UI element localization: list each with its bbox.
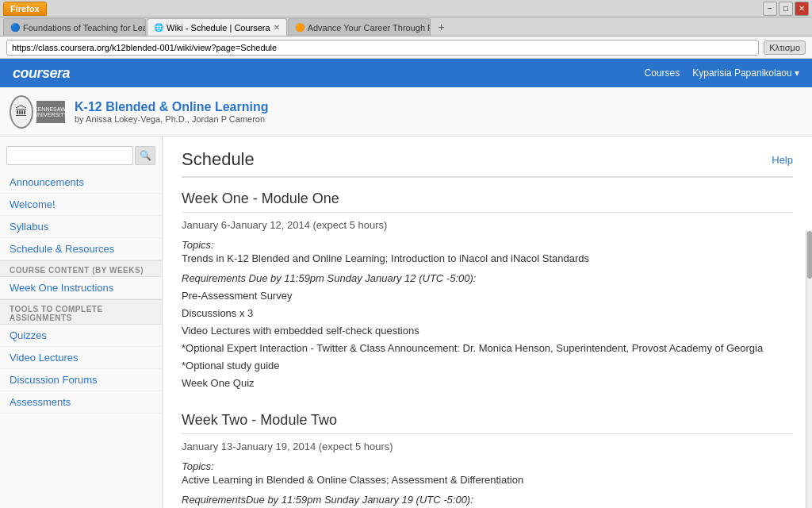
module-two-topics-label: Topics: — [182, 460, 793, 472]
sidebar: 🔍 Announcements Welcome! Syllabus Schedu… — [0, 137, 163, 508]
module-one-title: Week One - Module One — [182, 190, 793, 213]
sidebar-item-discussion-forums[interactable]: Discussion Forums — [0, 369, 162, 391]
module-one-requirements-label: Requirements Due by 11:59pm Sunday Janua… — [182, 272, 793, 284]
module-two-title: Week Two - Module Two — [182, 412, 793, 434]
minimize-button[interactable]: − — [763, 2, 777, 16]
main-layout: 🔍 Announcements Welcome! Syllabus Schedu… — [0, 137, 812, 508]
module-two-requirements-label: RequirementsDue by 11:59pm Sunday Januar… — [182, 494, 793, 506]
maximize-button[interactable]: □ — [779, 2, 793, 16]
sidebar-item-assessments[interactable]: Assessments — [0, 391, 162, 414]
req-item-2: Video Lectures with embedded self-check … — [182, 322, 793, 340]
sidebar-item-announcements[interactable]: Announcements — [0, 171, 162, 194]
page-title: Schedule — [182, 149, 255, 170]
close-button[interactable]: ✕ — [795, 2, 809, 16]
firefox-button[interactable]: Firefox — [3, 2, 47, 16]
tab-schedule[interactable]: 🌐 Wiki - Schedule | Coursera ✕ — [147, 18, 287, 36]
tab-label-2: Wiki - Schedule | Coursera — [167, 23, 270, 33]
req-item-1: Discussions x 3 — [182, 305, 793, 322]
tab-favicon-2: 🌐 — [154, 23, 163, 33]
secondary-logo: KENNESAW UNIVERSITY — [36, 101, 65, 123]
tab-label-3: Advance Your Career Through Projec... — [308, 23, 431, 33]
scrollbar-thumb[interactable] — [807, 231, 812, 279]
req-item-5: Week One Quiz — [182, 375, 793, 392]
module-week-two: Week Two - Module Two January 13-January… — [182, 412, 793, 508]
sidebar-item-syllabus[interactable]: Syllabus — [0, 216, 162, 238]
browser-bar: Firefox − □ ✕ — [0, 0, 812, 17]
course-header: 🏛 KENNESAW UNIVERSITY K-12 Blended & Onl… — [0, 87, 812, 137]
tab-bar: 🔵 Foundations of Teaching for Learnin...… — [0, 17, 812, 37]
sidebar-item-quizzes[interactable]: Quizzes — [0, 325, 162, 347]
help-link[interactable]: Help — [772, 154, 793, 166]
course-authors: by Anissa Lokey-Vega, Ph.D., Jordan P Ca… — [75, 114, 268, 124]
sidebar-search-container: 🔍 — [6, 146, 155, 165]
address-input[interactable] — [6, 40, 759, 56]
sidebar-item-welcome[interactable]: Welcome! — [0, 194, 162, 216]
module-one-topics-label: Topics: — [182, 239, 793, 251]
course-content-section-label: COURSE CONTENT (BY WEEKS) — [0, 260, 162, 277]
sidebar-item-schedule-resources[interactable]: Schedule & Resources — [0, 238, 162, 260]
courses-nav-link[interactable]: Courses — [645, 67, 680, 79]
scrollbar-track[interactable] — [806, 230, 812, 508]
req-item-4: *Optional study guide — [182, 357, 793, 375]
coursera-header: coursera Courses Kyparisia Papanikolaou … — [0, 59, 812, 87]
module-two-date: January 13-January 19, 2014 (expect 5 ho… — [182, 441, 793, 452]
close-label[interactable]: Κλτισμο — [764, 40, 806, 55]
address-bar: Κλτισμο — [0, 37, 812, 59]
module-week-one: Week One - Module One January 6-January … — [182, 190, 793, 393]
tab-favicon-3: 🟠 — [295, 23, 304, 33]
content-header: Schedule Help — [182, 149, 793, 178]
university-logo-icon: 🏛 — [10, 95, 33, 129]
course-title-area: K-12 Blended & Online Learning by Anissa… — [75, 100, 268, 124]
module-two-topics: Active Learning in Blended & Online Clas… — [182, 474, 793, 486]
course-logo: 🏛 KENNESAW UNIVERSITY — [10, 92, 65, 132]
req-item-0: Pre-Assessment Survey — [182, 287, 793, 305]
req-item-3: *Optional Expert Interaction - Twitter &… — [182, 340, 793, 357]
tab-foundations[interactable]: 🔵 Foundations of Teaching for Learnin...… — [3, 18, 146, 36]
tools-section-label: TOOLS TO COMPLETE ASSIGNMENTS — [0, 299, 162, 325]
module-one-topics: Trends in K-12 Blended and Online Learni… — [182, 252, 793, 264]
window-controls: − □ ✕ — [763, 2, 809, 16]
search-input[interactable] — [6, 146, 133, 165]
tab-advance[interactable]: 🟠 Advance Your Career Through Projec... … — [288, 18, 431, 36]
module-one-date: January 6-January 12, 2014 (expect 5 hou… — [182, 219, 793, 231]
header-nav: Courses Kyparisia Papanikolaou ▾ — [645, 67, 799, 79]
tab-favicon-1: 🔵 — [10, 23, 20, 33]
user-nav-menu[interactable]: Kyparisia Papanikolaou ▾ — [692, 67, 799, 79]
sidebar-item-week-one-instructions[interactable]: Week One Instructions — [0, 277, 162, 299]
coursera-logo[interactable]: coursera — [13, 65, 70, 82]
tab-label-1: Foundations of Teaching for Learnin... — [23, 23, 146, 33]
sidebar-item-video-lectures[interactable]: Video Lectures — [0, 347, 162, 369]
search-button[interactable]: 🔍 — [135, 146, 155, 165]
content-area: Schedule Help Week One - Module One Janu… — [163, 137, 812, 508]
new-tab-button[interactable]: + — [433, 18, 450, 36]
module-one-requirements-list: Pre-Assessment Survey Discussions x 3 Vi… — [182, 287, 793, 393]
course-title: K-12 Blended & Online Learning — [75, 100, 268, 114]
tab-close-2[interactable]: ✕ — [274, 23, 280, 32]
